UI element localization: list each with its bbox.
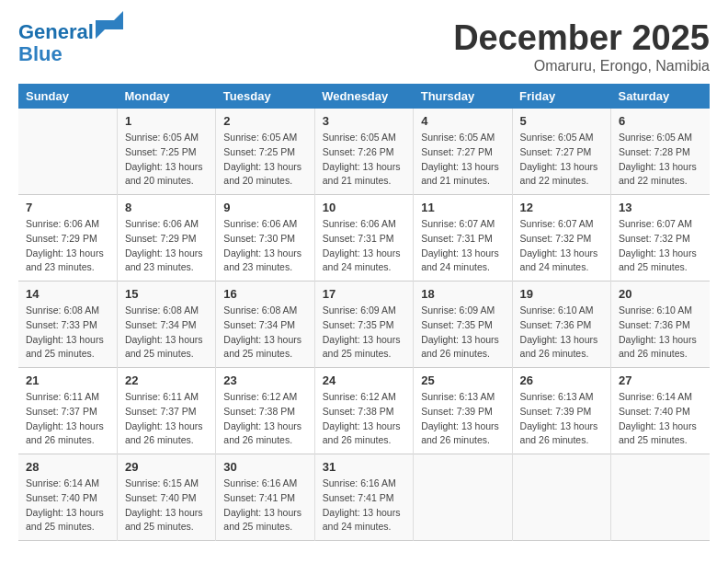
day-number: 31 [323, 460, 405, 474]
day-number: 12 [520, 201, 603, 214]
day-info: Sunrise: 6:11 AMSunset: 7:37 PMDaylight:… [26, 390, 109, 448]
title-block: December 2025 Omaruru, Erongo, Namibia [453, 18, 710, 75]
header-saturday: Saturday [611, 84, 710, 109]
day-cell: 29Sunrise: 6:15 AMSunset: 7:40 PMDayligh… [117, 454, 215, 541]
day-cell: 23Sunrise: 6:12 AMSunset: 7:38 PMDayligh… [216, 368, 314, 454]
day-info: Sunrise: 6:15 AMSunset: 7:40 PMDaylight:… [125, 477, 208, 534]
week-row-5: 28Sunrise: 6:14 AMSunset: 7:40 PMDayligh… [18, 454, 710, 541]
logo-general: General [18, 20, 94, 43]
day-cell: 1Sunrise: 6:05 AMSunset: 7:25 PMDaylight… [117, 109, 215, 195]
day-info: Sunrise: 6:09 AMSunset: 7:35 PMDaylight:… [323, 304, 405, 362]
day-cell: 10Sunrise: 6:06 AMSunset: 7:31 PMDayligh… [314, 195, 413, 282]
day-cell: 4Sunrise: 6:05 AMSunset: 7:27 PMDaylight… [414, 109, 512, 195]
header-friday: Friday [512, 84, 610, 109]
day-info: Sunrise: 6:08 AMSunset: 7:34 PMDaylight:… [125, 304, 208, 362]
week-row-1: 1Sunrise: 6:05 AMSunset: 7:25 PMDaylight… [18, 109, 710, 195]
header-monday: Monday [117, 84, 215, 109]
day-info: Sunrise: 6:05 AMSunset: 7:28 PMDaylight:… [619, 131, 702, 189]
day-number: 17 [323, 287, 405, 301]
day-cell: 7Sunrise: 6:06 AMSunset: 7:29 PMDaylight… [18, 195, 117, 282]
day-number: 25 [421, 373, 504, 387]
day-number: 10 [323, 201, 405, 214]
day-cell [414, 454, 512, 541]
day-number: 28 [26, 460, 109, 474]
day-info: Sunrise: 6:05 AMSunset: 7:27 PMDaylight:… [520, 131, 603, 189]
day-info: Sunrise: 6:07 AMSunset: 7:31 PMDaylight:… [421, 217, 504, 275]
day-number: 14 [26, 287, 109, 301]
logo-text: GeneralBlue [18, 18, 123, 65]
day-info: Sunrise: 6:10 AMSunset: 7:36 PMDaylight:… [619, 304, 702, 362]
day-info: Sunrise: 6:06 AMSunset: 7:29 PMDaylight:… [125, 217, 208, 275]
day-number: 23 [223, 373, 306, 387]
day-cell: 11Sunrise: 6:07 AMSunset: 7:31 PMDayligh… [414, 195, 512, 282]
week-row-2: 7Sunrise: 6:06 AMSunset: 7:29 PMDaylight… [18, 195, 710, 282]
day-number: 24 [323, 373, 405, 387]
day-number: 15 [125, 287, 208, 301]
day-info: Sunrise: 6:10 AMSunset: 7:36 PMDaylight:… [520, 304, 603, 362]
day-info: Sunrise: 6:14 AMSunset: 7:40 PMDaylight:… [26, 477, 109, 534]
day-cell: 9Sunrise: 6:06 AMSunset: 7:30 PMDaylight… [216, 195, 314, 282]
day-info: Sunrise: 6:12 AMSunset: 7:38 PMDaylight:… [323, 390, 405, 448]
day-info: Sunrise: 6:05 AMSunset: 7:25 PMDaylight:… [125, 131, 208, 189]
day-number: 3 [323, 114, 405, 128]
day-info: Sunrise: 6:06 AMSunset: 7:30 PMDaylight:… [223, 217, 306, 275]
svg-marker-0 [96, 11, 123, 39]
day-cell: 21Sunrise: 6:11 AMSunset: 7:37 PMDayligh… [18, 368, 117, 454]
day-cell: 13Sunrise: 6:07 AMSunset: 7:32 PMDayligh… [611, 195, 710, 282]
day-number: 1 [125, 114, 208, 128]
day-info: Sunrise: 6:07 AMSunset: 7:32 PMDaylight:… [520, 217, 603, 275]
day-cell: 6Sunrise: 6:05 AMSunset: 7:28 PMDaylight… [611, 109, 710, 195]
day-cell: 30Sunrise: 6:16 AMSunset: 7:41 PMDayligh… [216, 454, 314, 541]
day-number: 29 [125, 460, 208, 474]
day-info: Sunrise: 6:06 AMSunset: 7:31 PMDaylight:… [323, 217, 405, 275]
day-cell: 28Sunrise: 6:14 AMSunset: 7:40 PMDayligh… [18, 454, 117, 541]
day-info: Sunrise: 6:16 AMSunset: 7:41 PMDaylight:… [223, 477, 306, 534]
day-info: Sunrise: 6:11 AMSunset: 7:37 PMDaylight:… [125, 390, 208, 448]
day-cell: 12Sunrise: 6:07 AMSunset: 7:32 PMDayligh… [512, 195, 610, 282]
day-number: 16 [223, 287, 306, 301]
day-info: Sunrise: 6:05 AMSunset: 7:27 PMDaylight:… [421, 131, 504, 189]
day-info: Sunrise: 6:06 AMSunset: 7:29 PMDaylight:… [26, 217, 109, 275]
day-info: Sunrise: 6:12 AMSunset: 7:38 PMDaylight:… [223, 390, 306, 448]
day-number: 26 [520, 373, 603, 387]
day-number: 22 [125, 373, 208, 387]
week-row-4: 21Sunrise: 6:11 AMSunset: 7:37 PMDayligh… [18, 368, 710, 454]
day-cell: 20Sunrise: 6:10 AMSunset: 7:36 PMDayligh… [611, 282, 710, 368]
day-cell [18, 109, 117, 195]
day-cell: 31Sunrise: 6:16 AMSunset: 7:41 PMDayligh… [314, 454, 413, 541]
day-cell: 27Sunrise: 6:14 AMSunset: 7:40 PMDayligh… [611, 368, 710, 454]
day-cell: 14Sunrise: 6:08 AMSunset: 7:33 PMDayligh… [18, 282, 117, 368]
header-sunday: Sunday [18, 84, 117, 109]
location: Omaruru, Erongo, Namibia [453, 58, 710, 75]
logo-blue: Blue [18, 42, 63, 65]
day-number: 7 [26, 201, 109, 214]
day-cell: 2Sunrise: 6:05 AMSunset: 7:25 PMDaylight… [216, 109, 314, 195]
day-number: 9 [223, 201, 306, 214]
day-number: 21 [26, 373, 109, 387]
day-cell: 19Sunrise: 6:10 AMSunset: 7:36 PMDayligh… [512, 282, 610, 368]
day-number: 8 [125, 201, 208, 214]
day-number: 18 [421, 287, 504, 301]
day-info: Sunrise: 6:08 AMSunset: 7:34 PMDaylight:… [223, 304, 306, 362]
day-cell: 18Sunrise: 6:09 AMSunset: 7:35 PMDayligh… [414, 282, 512, 368]
day-cell: 24Sunrise: 6:12 AMSunset: 7:38 PMDayligh… [314, 368, 413, 454]
day-info: Sunrise: 6:13 AMSunset: 7:39 PMDaylight:… [520, 390, 603, 448]
day-info: Sunrise: 6:09 AMSunset: 7:35 PMDaylight:… [421, 304, 504, 362]
day-cell: 22Sunrise: 6:11 AMSunset: 7:37 PMDayligh… [117, 368, 215, 454]
month-title: December 2025 [453, 18, 710, 58]
day-cell: 5Sunrise: 6:05 AMSunset: 7:27 PMDaylight… [512, 109, 610, 195]
day-cell: 17Sunrise: 6:09 AMSunset: 7:35 PMDayligh… [314, 282, 413, 368]
day-info: Sunrise: 6:14 AMSunset: 7:40 PMDaylight:… [619, 390, 702, 448]
day-number: 19 [520, 287, 603, 301]
day-info: Sunrise: 6:05 AMSunset: 7:25 PMDaylight:… [223, 131, 306, 189]
header-row: SundayMondayTuesdayWednesdayThursdayFrid… [18, 84, 710, 109]
page-header: GeneralBlue December 2025 Omaruru, Erong… [18, 18, 710, 75]
day-info: Sunrise: 6:08 AMSunset: 7:33 PMDaylight:… [26, 304, 109, 362]
day-cell [512, 454, 610, 541]
day-info: Sunrise: 6:13 AMSunset: 7:39 PMDaylight:… [421, 390, 504, 448]
day-cell: 3Sunrise: 6:05 AMSunset: 7:26 PMDaylight… [314, 109, 413, 195]
day-cell: 26Sunrise: 6:13 AMSunset: 7:39 PMDayligh… [512, 368, 610, 454]
day-info: Sunrise: 6:07 AMSunset: 7:32 PMDaylight:… [619, 217, 702, 275]
header-thursday: Thursday [414, 84, 512, 109]
header-wednesday: Wednesday [314, 84, 413, 109]
